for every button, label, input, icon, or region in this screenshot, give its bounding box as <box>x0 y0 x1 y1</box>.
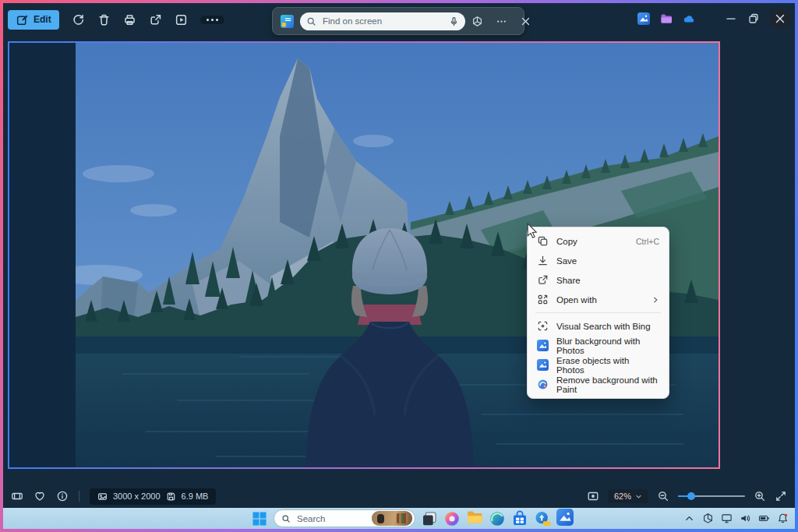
tray-notification-bell-icon[interactable] <box>777 513 789 524</box>
restore-button[interactable] <box>747 12 760 25</box>
onedrive-cloud-icon[interactable] <box>683 12 695 25</box>
file-explorer-icon[interactable] <box>466 509 483 526</box>
photos-taskbar-icon[interactable] <box>556 509 574 526</box>
menu-item-label: Erase objects with Photos <box>556 356 659 375</box>
menu-separator <box>535 312 661 313</box>
search-icon <box>281 514 291 523</box>
zoom-level-dropdown[interactable]: 62% <box>608 489 648 503</box>
tray-battery-icon[interactable] <box>758 513 770 524</box>
menu-item-share[interactable]: Share <box>531 270 666 290</box>
image-dimensions-value: 3000 x 2000 <box>113 491 161 501</box>
status-divider <box>79 491 79 502</box>
zoom-slider-thumb[interactable] <box>687 492 695 500</box>
find-on-screen-input[interactable] <box>321 16 444 26</box>
submenu-chevron-icon <box>651 296 659 304</box>
delete-icon[interactable] <box>97 13 111 26</box>
menu-item-shortcut: Ctrl+C <box>636 237 659 246</box>
close-button[interactable] <box>770 9 790 29</box>
menu-item-erase-objects[interactable]: Erase objects with Photos <box>531 355 666 375</box>
rotate-icon[interactable] <box>72 13 85 26</box>
share-icon[interactable] <box>149 13 162 26</box>
edit-button-label: Edit <box>34 14 51 25</box>
edit-icon <box>16 13 29 26</box>
photos-app-window: Edit <box>3 3 795 529</box>
tray-hexagon-icon[interactable] <box>702 513 714 524</box>
image-context-menu: Copy Ctrl+C Save Share Open with <box>527 227 669 399</box>
menu-item-copy[interactable]: Copy Ctrl+C <box>531 231 666 251</box>
tray-display-icon[interactable] <box>721 513 733 524</box>
file-size-icon <box>166 491 176 502</box>
chevron-down-icon <box>635 493 642 500</box>
menu-item-visual-search[interactable]: Visual Search with Bing <box>531 316 666 336</box>
menu-item-save[interactable]: Save <box>531 251 666 270</box>
taskbar-search-input[interactable] <box>295 513 367 524</box>
edit-button[interactable]: Edit <box>8 10 59 30</box>
find-on-screen-bar <box>272 7 524 35</box>
menu-item-label: Visual Search with Bing <box>556 322 651 331</box>
menu-item-open-with[interactable]: Open with <box>531 290 666 309</box>
file-size-value: 6.9 MB <box>182 491 209 501</box>
menu-item-label: Open with <box>556 295 597 305</box>
tray-volume-icon[interactable] <box>740 513 751 524</box>
close-icon <box>774 12 786 25</box>
microsoft-store-icon[interactable] <box>511 510 528 527</box>
download-icon <box>537 255 549 266</box>
folder-icon[interactable] <box>660 12 673 25</box>
photos-gallery-icon[interactable] <box>637 12 650 25</box>
viewer-letterbox <box>9 43 76 467</box>
task-view-icon[interactable] <box>421 510 438 527</box>
menu-item-blur-background[interactable]: Blur background with Photos <box>531 336 666 355</box>
start-button-icon[interactable] <box>251 510 268 527</box>
minimize-button[interactable] <box>725 12 737 25</box>
file-explorer-slot[interactable] <box>466 509 483 529</box>
photos-status-bar: 3000 x 2000 6.9 MB 62% <box>3 484 795 508</box>
click-to-do-overlay-frame: Edit <box>0 0 798 532</box>
taskbar-center <box>251 508 574 529</box>
taskbar-search-box[interactable] <box>274 509 415 527</box>
click-to-do-settings-icon[interactable] <box>471 16 483 27</box>
more-options-button[interactable] <box>200 16 224 24</box>
visual-search-icon <box>537 320 549 332</box>
fullscreen-icon[interactable] <box>775 490 787 502</box>
zoom-out-icon[interactable] <box>657 490 669 502</box>
mouse-cursor <box>527 223 538 239</box>
print-icon[interactable] <box>123 13 136 26</box>
tray-chevron-up-icon[interactable] <box>683 513 695 524</box>
photos-app-slot[interactable] <box>556 509 574 529</box>
photos-app-icon <box>537 359 549 371</box>
copilot-icon[interactable] <box>443 510 461 527</box>
open-with-icon <box>537 294 549 305</box>
menu-item-label: Remove background with Paint <box>556 375 659 394</box>
image-dimensions-icon <box>97 491 108 502</box>
edge-browser-icon[interactable] <box>489 510 506 527</box>
zoom-level-value: 62% <box>614 491 631 501</box>
find-search-field[interactable] <box>300 12 465 30</box>
file-info-icon[interactable] <box>56 490 69 502</box>
slideshow-icon[interactable] <box>175 13 188 26</box>
filmstrip-toggle-icon[interactable] <box>11 490 23 502</box>
teams-preview-icon[interactable] <box>534 510 551 527</box>
photos-app-icon <box>537 340 549 351</box>
zoom-in-icon[interactable] <box>754 490 766 502</box>
menu-item-remove-background[interactable]: Remove background with Paint <box>531 375 666 394</box>
click-to-do-logo-icon <box>281 15 294 28</box>
favorite-heart-icon[interactable] <box>34 490 46 502</box>
fit-to-window-icon[interactable] <box>587 490 599 502</box>
status-bar-right: 62% <box>587 489 795 503</box>
menu-item-label: Blur background with Photos <box>556 336 659 355</box>
windows-taskbar <box>3 508 795 529</box>
paint-app-icon <box>537 379 549 390</box>
system-tray <box>683 508 789 529</box>
find-bar-more-icon[interactable] <box>496 16 507 27</box>
status-bar-left: 3000 x 2000 6.9 MB <box>3 488 216 505</box>
share-icon <box>537 274 549 286</box>
search-highlight-thumbnail[interactable] <box>372 511 412 526</box>
copy-icon <box>537 235 549 247</box>
file-metadata-pill: 3000 x 2000 6.9 MB <box>90 488 216 505</box>
microphone-icon[interactable] <box>449 16 459 26</box>
search-icon <box>306 16 316 26</box>
find-bar-close-icon[interactable] <box>520 16 531 27</box>
titlebar-right <box>637 3 790 34</box>
menu-item-label: Copy <box>556 237 577 246</box>
zoom-slider[interactable] <box>678 491 745 502</box>
